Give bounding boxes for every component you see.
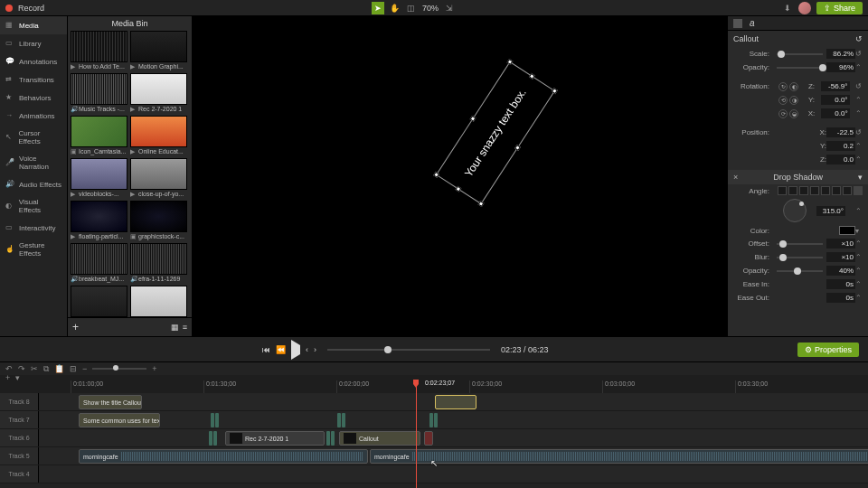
sidebar-item-animations[interactable]: →Animations (0, 107, 67, 125)
scale-value[interactable]: 86.2% (826, 49, 855, 59)
reset-icon[interactable]: ↺ (855, 50, 863, 58)
track-lane[interactable]: Some common uses for text in videoCallou… (39, 411, 868, 428)
user-avatar[interactable] (798, 2, 811, 14)
split-icon[interactable]: ⊟ (70, 364, 77, 373)
add-media-button[interactable]: + (72, 321, 79, 333)
media-thumbnail[interactable]: ▶videoblocks-... (71, 158, 127, 198)
record-button[interactable]: Record (18, 4, 44, 13)
timeline-clip[interactable]: morningcafe (370, 449, 868, 464)
blur-slider[interactable] (777, 257, 823, 258)
media-thumbnail[interactable]: ▣graphicstock-c... (130, 201, 187, 240)
resize-handle[interactable] (478, 201, 485, 207)
clip-marker[interactable] (209, 431, 217, 446)
ease-in-value[interactable]: 0s (826, 279, 855, 289)
stepper-icon[interactable]: ⌃ (855, 96, 863, 104)
sidebar-item-voice-narration[interactable]: 🎤Voice Narration (0, 150, 67, 175)
prev-frame-icon[interactable]: ⏮ (262, 345, 270, 354)
media-thumbnail[interactable]: ▶floating-particl... (71, 201, 127, 240)
sidebar-item-visual-effects[interactable]: ◐Visual Effects (0, 193, 67, 219)
track-lane[interactable] (39, 465, 868, 483)
close-shadow-icon[interactable]: × (733, 173, 738, 182)
step-back-icon[interactable]: ⏪ (276, 345, 286, 354)
shadow-opacity-value[interactable]: 40% (826, 266, 855, 276)
stepper-icon[interactable]: ⌃ (855, 267, 863, 275)
stepper-icon[interactable]: ⌃ (855, 207, 863, 215)
properties-button[interactable]: ⚙ Properties (797, 343, 859, 357)
timeline-zoom-slider[interactable] (92, 368, 146, 370)
paste-icon[interactable]: 📋 (54, 364, 64, 373)
track-label[interactable]: Track 7 (0, 411, 39, 428)
media-thumbnail[interactable]: ▣Logo_Hrz_Ca... (71, 286, 127, 317)
rotation-x-value[interactable]: 0.0° (821, 108, 850, 118)
prev-edit-icon[interactable]: ‹ (306, 345, 308, 354)
sidebar-item-behaviors[interactable]: ★Behaviors (0, 89, 67, 107)
zoom-out-icon[interactable]: − (82, 364, 87, 373)
next-edit-icon[interactable]: › (314, 345, 316, 354)
resize-handle[interactable] (470, 116, 476, 122)
hand-icon[interactable]: ✋ (390, 3, 401, 14)
tab-visual-icon[interactable] (733, 19, 742, 28)
rotate-orbit-icon[interactable]: ◐ (789, 82, 798, 91)
sidebar-item-transitions[interactable]: ⇄Transitions (0, 70, 67, 89)
media-thumbnail[interactable]: 🔊breakbeat_MJ... (71, 243, 127, 283)
redo-icon[interactable]: ↷ (18, 364, 25, 373)
opacity-value[interactable]: 96% (826, 62, 855, 72)
pointer-icon[interactable]: ➤ (372, 2, 384, 14)
timeline-clip[interactable]: Some common uses for text in videoCallou… (79, 413, 160, 427)
crop-icon[interactable]: ◫ (406, 3, 417, 14)
media-thumbnail[interactable]: ▶close-up-of-yo... (130, 158, 187, 198)
rotate-cw-icon[interactable]: ↻ (778, 82, 788, 91)
track-label[interactable]: Track 5 (0, 447, 39, 465)
stepper-icon[interactable]: ⌃ (855, 294, 863, 302)
clip-marker[interactable] (337, 413, 345, 427)
stepper-icon[interactable]: ⌃ (855, 63, 863, 71)
rotate-x-icon[interactable]: ⟳ (778, 109, 788, 118)
media-thumbnail[interactable]: ▶Online Educat... (130, 116, 187, 155)
share-button[interactable]: ⇪ Share (816, 2, 863, 14)
cut-icon[interactable]: ✂ (31, 364, 38, 373)
position-x-value[interactable]: -22.5 (826, 127, 855, 137)
rotation-y-value[interactable]: 0.0° (821, 95, 850, 105)
stepper-icon[interactable]: ⌃ (855, 155, 863, 164)
rotate-y-icon[interactable]: ⟲ (778, 96, 788, 105)
ease-out-value[interactable]: 0s (826, 293, 855, 303)
rotation-z-value[interactable]: -56.9° (821, 81, 850, 91)
stepper-icon[interactable]: ⌃ (855, 109, 863, 117)
grid-view-icon[interactable]: ▦ (171, 323, 179, 332)
timeline-clip[interactable]: Callout (339, 431, 420, 446)
media-thumbnail[interactable]: 🔊Music Tracks -... (71, 73, 127, 113)
track-label[interactable]: Track 8 (0, 393, 39, 410)
clip-marker[interactable] (429, 413, 438, 427)
zoom-in-icon[interactable]: + (152, 364, 156, 373)
sidebar-item-interactivity[interactable]: ▭Interactivity (0, 219, 67, 237)
download-icon[interactable]: ⬇ (782, 3, 793, 14)
zoom-dropdown-icon[interactable]: ⇲ (444, 3, 455, 14)
opacity-slider[interactable] (777, 67, 823, 69)
media-thumbnail[interactable]: ▶How to Add Te... (71, 31, 127, 70)
rotate-x2-icon[interactable]: ◒ (789, 109, 798, 118)
media-thumbnail[interactable]: 🔊efra-1-11-1269 (130, 243, 187, 283)
resize-handle[interactable] (552, 88, 558, 94)
position-y-value[interactable]: 0.2 (826, 141, 855, 151)
offset-slider[interactable] (777, 243, 823, 245)
reset-icon[interactable]: ↺ (855, 128, 863, 136)
stepper-icon[interactable]: ⌃ (855, 142, 863, 150)
timeline-clip[interactable] (435, 395, 476, 409)
resize-handle[interactable] (433, 172, 439, 178)
resize-handle[interactable] (455, 186, 461, 192)
dropdown-icon[interactable]: ▾ (855, 227, 863, 235)
track-lane[interactable]: Show the title Callout (39, 393, 868, 410)
sidebar-item-media[interactable]: ▦Media (0, 16, 67, 34)
track-label[interactable]: Track 6 (0, 429, 39, 446)
timeline-clip[interactable]: Show the title Callout (79, 395, 142, 409)
stepper-icon[interactable]: ⌃ (855, 253, 863, 261)
scale-slider[interactable] (777, 53, 823, 55)
offset-value[interactable]: ×10 (826, 239, 855, 249)
sidebar-item-gesture-effects[interactable]: ☝Gesture Effects (0, 237, 67, 262)
position-z-value[interactable]: 0.0 (826, 155, 855, 164)
resize-handle[interactable] (514, 145, 521, 151)
scrub-bar[interactable] (327, 349, 490, 351)
tab-text-icon[interactable]: a (750, 18, 755, 28)
reset-icon[interactable]: ↺ (855, 82, 863, 90)
copy-icon[interactable]: ⧉ (43, 364, 49, 374)
